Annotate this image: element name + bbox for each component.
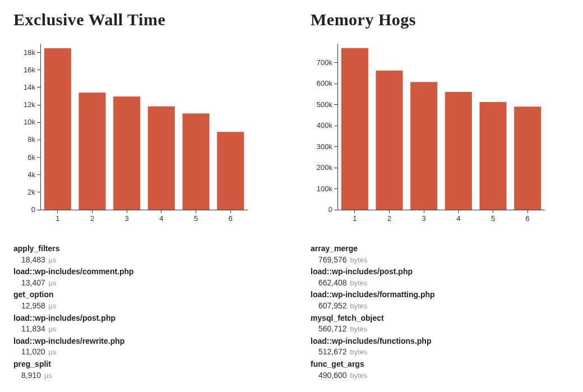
- bar: [514, 107, 541, 210]
- legend-item-value: 560,712 bytes: [311, 324, 568, 335]
- bar: [217, 132, 244, 210]
- y-tick-label: 2k: [27, 188, 35, 196]
- legend-item: load::wp-includes/functions.php512,672 b…: [311, 336, 568, 358]
- legend-item-value: 769,576 bytes: [311, 255, 568, 266]
- y-tick-label: 400k: [317, 121, 333, 130]
- legend-item: preg_split8,910 µs: [13, 359, 271, 381]
- panel-memory-hogs: Memory Hogs 0100k200k300k400k500k600k700…: [311, 7, 568, 382]
- y-tick-label: 16k: [24, 66, 35, 74]
- legend-item-unit: µs: [42, 371, 52, 380]
- x-tick-label: 2: [387, 214, 391, 223]
- legend-item-value: 8,910 µs: [13, 370, 271, 381]
- x-tick-label: 2: [90, 214, 94, 223]
- legend-item-unit: µs: [47, 256, 57, 264]
- legend-item: load::wp-includes/formatting.php607,952 …: [311, 289, 568, 311]
- y-tick-label: 300k: [317, 142, 333, 151]
- legend-item-name: get_option: [13, 289, 271, 301]
- legend-item-value: 18,483 µs: [13, 255, 271, 266]
- legend-item-name: load::wp-includes/functions.php: [311, 336, 568, 347]
- legend-item-value: 11,020 µs: [13, 347, 271, 358]
- bar: [78, 93, 105, 210]
- bar: [148, 107, 175, 210]
- legend-item-value: 490,600 bytes: [311, 370, 568, 381]
- legend-item: array_merge769,576 bytes: [311, 243, 568, 265]
- y-tick-label: 4k: [27, 170, 35, 179]
- x-tick-label: 6: [526, 214, 530, 223]
- legend-item: load::wp-includes/comment.php13,407 µs: [13, 266, 271, 288]
- bar: [44, 48, 71, 210]
- y-tick-label: 14k: [24, 83, 35, 91]
- legend-item-name: load::wp-includes/post.php: [13, 313, 271, 324]
- y-tick-label: 600k: [317, 79, 333, 87]
- legend-list: array_merge769,576 bytesload::wp-include…: [311, 243, 568, 381]
- legend-item: load::wp-includes/post.php662,408 bytes: [311, 266, 568, 288]
- x-tick-label: 1: [55, 214, 59, 223]
- legend-item: get_option12,958 µs: [13, 289, 271, 311]
- legend-item-name: apply_filters: [13, 243, 271, 255]
- chart-title: Memory Hogs: [311, 10, 568, 29]
- y-tick-label: 200k: [317, 163, 333, 172]
- legend-item-unit: bytes: [348, 371, 368, 380]
- legend-item-name: load::wp-includes/rewrite.php: [13, 336, 271, 347]
- panel-wall-time: Exclusive Wall Time 02k4k6k8k10k12k14k16…: [13, 7, 271, 382]
- y-tick-label: 0: [328, 205, 332, 214]
- y-tick-label: 700k: [317, 58, 333, 67]
- bar-chart: 02k4k6k8k10k12k14k16k18k123456: [13, 39, 255, 230]
- y-tick-label: 6k: [27, 153, 35, 162]
- y-tick-label: 8k: [27, 135, 35, 144]
- legend-item: mysql_fetch_object560,712 bytes: [311, 313, 568, 335]
- legend-item-name: array_merge: [311, 243, 568, 255]
- bar: [410, 82, 437, 210]
- legend-item-value: 607,952 bytes: [311, 301, 568, 312]
- bar: [113, 96, 140, 210]
- y-tick-label: 500k: [317, 100, 333, 109]
- panels-row: Exclusive Wall Time 02k4k6k8k10k12k14k16…: [0, 0, 583, 382]
- bar: [182, 113, 209, 210]
- y-tick-label: 100k: [317, 185, 333, 193]
- legend-item: func_get_args490,600 bytes: [311, 359, 568, 381]
- x-tick-label: 4: [456, 214, 460, 223]
- legend-item-unit: µs: [47, 348, 57, 356]
- legend-item: load::wp-includes/rewrite.php11,020 µs: [13, 336, 271, 358]
- legend-item-value: 512,672 bytes: [311, 347, 568, 358]
- legend-item-unit: bytes: [348, 256, 368, 264]
- legend-item-unit: µs: [47, 279, 57, 287]
- y-tick-label: 18k: [24, 48, 35, 57]
- bar: [341, 48, 368, 210]
- legend-item-name: func_get_args: [311, 359, 568, 370]
- legend-item-name: load::wp-includes/formatting.php: [311, 289, 568, 301]
- legend-item-unit: bytes: [348, 279, 368, 287]
- y-tick-label: 0: [31, 205, 35, 214]
- legend-item: load::wp-includes/post.php11,834 µs: [13, 313, 271, 335]
- legend-item-unit: bytes: [348, 302, 368, 310]
- legend-item-name: mysql_fetch_object: [311, 313, 568, 324]
- x-tick-label: 3: [422, 214, 426, 223]
- legend-item-value: 11,834 µs: [13, 324, 271, 335]
- legend-item-unit: µs: [47, 325, 57, 333]
- legend-item-unit: bytes: [348, 348, 368, 356]
- legend-item-value: 662,408 bytes: [311, 278, 568, 289]
- legend-item: apply_filters18,483 µs: [13, 243, 271, 265]
- bar: [479, 102, 506, 210]
- legend-item-unit: bytes: [348, 325, 368, 333]
- legend-list: apply_filters18,483 µsload::wp-includes/…: [13, 243, 271, 381]
- legend-item-name: load::wp-includes/post.php: [311, 266, 568, 278]
- x-tick-label: 5: [491, 214, 495, 223]
- bar: [376, 71, 402, 210]
- bar-chart: 0100k200k300k400k500k600k700k123456: [311, 39, 552, 230]
- legend-item-value: 12,958 µs: [13, 301, 271, 312]
- y-tick-label: 12k: [24, 100, 35, 109]
- x-tick-label: 3: [125, 214, 129, 223]
- legend-item-unit: µs: [47, 302, 57, 310]
- chart-title: Exclusive Wall Time: [13, 10, 271, 29]
- y-tick-label: 10k: [24, 118, 35, 126]
- legend-item-name: load::wp-includes/comment.php: [13, 266, 271, 278]
- x-tick-label: 1: [353, 214, 357, 223]
- x-tick-label: 5: [194, 214, 198, 223]
- bar: [445, 92, 472, 210]
- x-tick-label: 6: [229, 214, 233, 223]
- x-tick-label: 4: [159, 214, 163, 223]
- legend-item-name: preg_split: [13, 359, 271, 370]
- legend-item-value: 13,407 µs: [13, 278, 271, 289]
